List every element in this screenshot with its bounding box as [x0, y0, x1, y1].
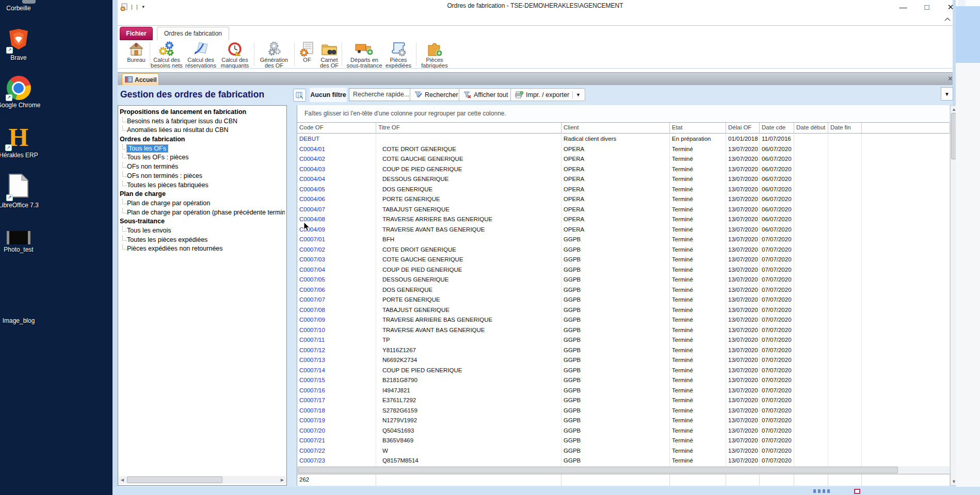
table-row[interactable]: C0007/14COUP DE PIED GENERIQUEGGPBTermin… [297, 366, 950, 376]
scroll-right-icon[interactable]: ► [279, 476, 286, 484]
table-row[interactable]: C0004/03COUP DE PIED GENERIQUEOPERATermi… [297, 164, 950, 175]
table-cell[interactable]: C0007/17 [297, 395, 376, 406]
table-cell[interactable]: C0007/16 [297, 386, 376, 396]
table-row[interactable]: C0007/06DOS GENERIQUEGGPBTerminé13/07/20… [297, 285, 950, 295]
column-header-d-lai-of[interactable]: Délai OF [726, 123, 760, 134]
ribbon-button-bureau[interactable]: Bureau [124, 41, 149, 68]
table-cell[interactable]: C0007/20 [297, 426, 376, 436]
column-header-client[interactable]: Client [561, 123, 670, 134]
table-row[interactable]: C0007/09TRAVERSE ARRIERE BAS GENERIQUEGG… [297, 315, 950, 325]
table-row[interactable]: C0007/07PORTE GENERIQUEGGPBTerminé13/07/… [297, 295, 950, 305]
column-header-code-of[interactable]: Code OF [297, 123, 376, 134]
table-row[interactable]: C0004/05DOS GENERIQUEOPERATerminé13/07/2… [297, 185, 950, 195]
column-header-date-cde[interactable]: Date cde [760, 123, 794, 134]
column-header-etat[interactable]: Etat [670, 123, 726, 134]
table-row[interactable]: C0007/21B365V8469GGPBTerminé13/07/202007… [297, 436, 950, 446]
customize-columns-button[interactable] [293, 89, 306, 102]
minimize-button[interactable]: — [894, 1, 912, 13]
ribbon-button-calc-reservations[interactable]: Calcul des réservations [184, 41, 218, 68]
table-row[interactable]: C0007/12Y8116Z1267GGPBTerminé13/07/20200… [297, 345, 950, 356]
table-row[interactable]: C0007/15B2181G8790GGPBTerminé13/07/20200… [297, 375, 950, 386]
table-row[interactable]: C0007/20Q504S1693GGPBTerminé13/07/202007… [297, 426, 950, 436]
table-cell[interactable]: C0007/05 [297, 275, 376, 285]
tree-item[interactable]: Tous les OFs : pièces [120, 153, 285, 162]
table-row[interactable]: C0007/17E3761L7292GGPBTerminé13/07/20200… [297, 395, 950, 406]
tree-item[interactable]: Anomalies liées au résultat du CBN [120, 126, 285, 135]
table-cell[interactable]: C0007/02 [297, 245, 376, 255]
scroll-left-icon[interactable]: ◄ [119, 476, 126, 484]
table-cell[interactable]: C0007/22 [297, 446, 376, 456]
print-dropdown-icon[interactable]: ▼ [576, 92, 581, 97]
tree-item[interactable]: Plan de charge par opération [120, 199, 285, 208]
table-row[interactable]: C0007/23Q8157M8514GGPBTerminé13/07/20200… [297, 456, 950, 466]
ribbon-button-calc-manquants[interactable]: !Calcul des manquants [219, 41, 251, 68]
table-row[interactable]: C0007/18S2782G6159GGPBTerminé13/07/20200… [297, 406, 950, 416]
ribbon-button-pieces-expediees[interactable]: Pièces expédiées [385, 41, 412, 68]
table-row[interactable]: C0007/03COTE GAUCHE GENERIQUEGGPBTerminé… [297, 255, 950, 265]
table-cell[interactable]: C0004/04 [297, 174, 376, 185]
tree-horizontal-scrollbar[interactable]: ◄ ► [119, 476, 286, 484]
column-header-date-d-but[interactable]: Date début [794, 123, 828, 134]
table-cell[interactable]: C0007/23 [297, 456, 376, 466]
table-cell[interactable]: C0004/05 [297, 185, 376, 195]
desktop-icon-libreoffice[interactable]: ↗LibreOffice 7.3 [0, 173, 47, 209]
table-row[interactable]: C0004/07TABAJUST GENERIQUEOPERATerminé13… [297, 205, 950, 215]
table-row[interactable]: C0007/10TRAVERSE AVANT BAS GENERIQUEGGPB… [297, 325, 950, 336]
tree-item[interactable]: Plan de charge par opération (phase préc… [120, 208, 285, 218]
tab-ordres-de-fabrication[interactable]: Ordres de fabrication [157, 27, 229, 41]
ribbon-button-carnet-of[interactable]: Carnet des OF [318, 41, 341, 68]
table-row[interactable]: C0007/13N6692K2734GGPBTerminé13/07/20200… [297, 355, 950, 366]
desktop-icon-photo[interactable]: Photo_test [0, 231, 47, 253]
tree-item[interactable]: OFs non terminés [120, 162, 285, 172]
table-row[interactable]: C0004/02COTE GAUCHE GENERIQUEOPERATermin… [297, 154, 950, 164]
table-cell[interactable]: C0007/11 [297, 335, 376, 345]
table-cell[interactable]: C0007/12 [297, 345, 376, 356]
table-cell[interactable]: C0007/01 [297, 235, 376, 245]
ribbon-button-pieces-fabriquees[interactable]: Pièces fabriquées [419, 41, 450, 68]
table-cell[interactable]: C0007/09 [297, 315, 376, 325]
maximize-button[interactable]: □ [918, 1, 936, 13]
desktop-icon-herakles[interactable]: H↗Hérakles ERP [0, 125, 47, 159]
table-row[interactable]: C0004/04DESSOUS GENERIQUEOPERATerminé13/… [297, 174, 950, 185]
tab-close-icon[interactable]: ✕ [947, 75, 953, 82]
table-row[interactable]: C0007/08TABAJUST GENERIQUEGGPBTerminé13/… [297, 305, 950, 316]
table-cell[interactable]: C0007/21 [297, 436, 376, 446]
table-cell[interactable]: C0007/08 [297, 305, 376, 316]
desktop-icon-brave[interactable]: ↗Brave [0, 27, 47, 61]
tree-item[interactable]: Toutes les pièces expédiées [120, 236, 285, 245]
table-row[interactable]: C0004/08TRAVERSE ARRIERE BAS GENERIQUEOP… [297, 214, 950, 225]
table-cell[interactable]: C0007/06 [297, 285, 376, 295]
table-row[interactable]: C0007/04COUP DE PIED GENERIQUEGGPBTermin… [297, 265, 950, 275]
table-cell[interactable]: DEBUT [297, 134, 376, 144]
tree-item[interactable]: OFs non terminés : pièces [120, 172, 285, 181]
table-cell[interactable]: C0007/07 [297, 295, 376, 305]
tree-scrollbar-thumb[interactable] [127, 476, 222, 483]
rechercher-button[interactable]: Rechercher [410, 88, 463, 101]
table-cell[interactable]: C0004/03 [297, 164, 376, 175]
table-row[interactable]: C0004/06PORTE GENERIQUEOPERATerminé13/07… [297, 194, 950, 205]
table-row[interactable]: C0007/22WGGPBTerminé13/07/202007/07/2020 [297, 446, 950, 456]
table-cell[interactable]: C0007/10 [297, 325, 376, 336]
table-row[interactable]: C0007/05DESSOUS GENERIQUEGGPBTerminé13/0… [297, 275, 950, 285]
tree-item[interactable]: Besoins nets à fabriquer issus du CBN [120, 117, 285, 126]
table-cell[interactable]: C0007/13 [297, 355, 376, 366]
tree-item[interactable]: Tous les OFs [120, 144, 285, 154]
table-row[interactable]: C0007/11TPGGPBTerminé13/07/202007/07/202… [297, 335, 950, 345]
ribbon-button-gears-color[interactable]: Calcul des besoins nets [151, 41, 183, 68]
afficher-tout-button[interactable]: Afficher tout [459, 88, 512, 101]
table-cell[interactable]: C0007/14 [297, 366, 376, 376]
table-cell[interactable]: C0007/04 [297, 265, 376, 275]
table-row[interactable]: C0004/09TRAVERSE AVANT BAS GENERIQUEOPER… [297, 225, 950, 235]
impr-exporter-button[interactable]: Impr. / exporter ▼ [510, 88, 585, 101]
tree-item[interactable]: Tous les envois [120, 226, 285, 236]
collapse-ribbon-icon[interactable] [943, 15, 955, 24]
desktop-icon-corbeille[interactable]: Corbeille [0, 3, 47, 12]
tab-fichier[interactable]: Fichier [120, 27, 153, 40]
table-row[interactable]: C0004/01COTE DROIT GENERIQUEOPERATerminé… [297, 144, 950, 155]
table-cell[interactable]: C0004/01 [297, 144, 376, 155]
table-row[interactable]: C0007/02COTE DROIT GENERIQUEGGPBTerminé1… [297, 245, 950, 255]
tree-item-selected[interactable]: Tous les OFs [127, 145, 168, 152]
tree-item[interactable]: Toutes les pièces fabriquées [120, 181, 285, 190]
table-cell[interactable]: C0004/06 [297, 194, 376, 205]
table-row[interactable]: C0007/16I4947J821GGPBTerminé13/07/202007… [297, 386, 950, 396]
